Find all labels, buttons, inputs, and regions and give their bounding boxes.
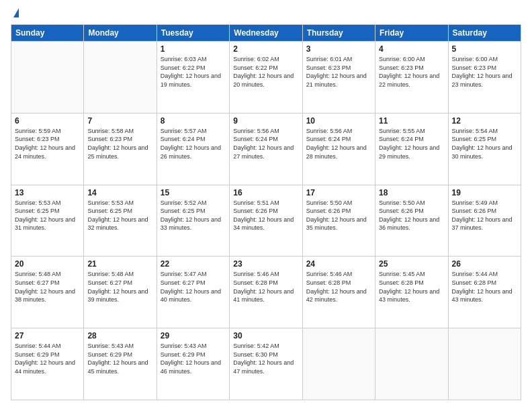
calendar-cell: 12Sunrise: 5:54 AM Sunset: 6:25 PM Dayli… (448, 113, 521, 185)
day-info: Sunrise: 5:43 AM Sunset: 6:29 PM Dayligh… (87, 342, 152, 375)
calendar-cell: 2Sunrise: 6:02 AM Sunset: 6:22 PM Daylig… (230, 42, 302, 113)
day-number: 5 (452, 44, 517, 54)
day-number: 2 (233, 44, 298, 54)
week-row-2: 6Sunrise: 5:59 AM Sunset: 6:23 PM Daylig… (11, 113, 521, 185)
calendar-cell: 20Sunrise: 5:48 AM Sunset: 6:27 PM Dayli… (11, 257, 84, 328)
calendar-cell: 27Sunrise: 5:44 AM Sunset: 6:29 PM Dayli… (11, 328, 84, 400)
day-info: Sunrise: 5:56 AM Sunset: 6:24 PM Dayligh… (306, 127, 371, 161)
day-number: 15 (161, 188, 226, 197)
day-number: 17 (306, 188, 371, 197)
logo (11, 11, 19, 17)
day-info: Sunrise: 5:42 AM Sunset: 6:30 PM Dayligh… (233, 342, 298, 375)
day-number: 13 (15, 188, 80, 197)
day-info: Sunrise: 5:44 AM Sunset: 6:28 PM Dayligh… (452, 270, 517, 304)
day-number: 14 (87, 188, 152, 197)
calendar-cell: 5Sunrise: 6:00 AM Sunset: 6:23 PM Daylig… (448, 42, 521, 113)
day-info: Sunrise: 5:55 AM Sunset: 6:24 PM Dayligh… (379, 127, 444, 161)
calendar-cell: 29Sunrise: 5:43 AM Sunset: 6:29 PM Dayli… (157, 328, 229, 400)
calendar-cell: 19Sunrise: 5:49 AM Sunset: 6:26 PM Dayli… (448, 185, 521, 257)
day-header-wednesday: Wednesday (230, 25, 302, 42)
week-row-5: 27Sunrise: 5:44 AM Sunset: 6:29 PM Dayli… (11, 328, 521, 400)
day-number: 3 (306, 44, 371, 54)
day-info: Sunrise: 5:53 AM Sunset: 6:25 PM Dayligh… (87, 199, 152, 232)
week-row-3: 13Sunrise: 5:53 AM Sunset: 6:25 PM Dayli… (11, 185, 521, 257)
day-info: Sunrise: 6:01 AM Sunset: 6:23 PM Dayligh… (306, 55, 371, 89)
calendar-cell: 25Sunrise: 5:45 AM Sunset: 6:28 PM Dayli… (375, 257, 448, 328)
day-info: Sunrise: 5:50 AM Sunset: 6:26 PM Dayligh… (306, 199, 371, 232)
day-number: 11 (379, 116, 444, 126)
day-number: 7 (87, 116, 152, 126)
calendar-cell: 8Sunrise: 5:57 AM Sunset: 6:24 PM Daylig… (157, 113, 229, 185)
page: SundayMondayTuesdayWednesdayThursdayFrid… (0, 0, 532, 411)
calendar-cell: 30Sunrise: 5:42 AM Sunset: 6:30 PM Dayli… (230, 328, 302, 400)
calendar-cell: 7Sunrise: 5:58 AM Sunset: 6:23 PM Daylig… (84, 113, 157, 185)
calendar-cell: 16Sunrise: 5:51 AM Sunset: 6:26 PM Dayli… (230, 185, 302, 257)
calendar-cell (302, 328, 375, 400)
day-number: 12 (452, 116, 517, 126)
day-number: 21 (87, 259, 152, 269)
calendar-cell (448, 328, 521, 400)
day-info: Sunrise: 5:46 AM Sunset: 6:28 PM Dayligh… (306, 270, 371, 304)
calendar-cell: 24Sunrise: 5:46 AM Sunset: 6:28 PM Dayli… (302, 257, 375, 328)
day-number: 19 (452, 188, 517, 197)
day-info: Sunrise: 5:51 AM Sunset: 6:26 PM Dayligh… (233, 199, 298, 232)
calendar-cell: 10Sunrise: 5:56 AM Sunset: 6:24 PM Dayli… (302, 113, 375, 185)
day-number: 23 (233, 259, 298, 269)
day-info: Sunrise: 5:59 AM Sunset: 6:23 PM Dayligh… (15, 127, 80, 161)
calendar-cell: 21Sunrise: 5:48 AM Sunset: 6:27 PM Dayli… (84, 257, 157, 328)
day-info: Sunrise: 5:57 AM Sunset: 6:24 PM Dayligh… (161, 127, 226, 161)
calendar-cell (375, 328, 448, 400)
calendar-cell: 15Sunrise: 5:52 AM Sunset: 6:25 PM Dayli… (157, 185, 229, 257)
calendar-cell: 26Sunrise: 5:44 AM Sunset: 6:28 PM Dayli… (448, 257, 521, 328)
day-info: Sunrise: 5:43 AM Sunset: 6:29 PM Dayligh… (161, 342, 226, 375)
day-number: 6 (15, 116, 80, 126)
logo-triangle-icon (13, 8, 19, 17)
calendar-cell: 6Sunrise: 5:59 AM Sunset: 6:23 PM Daylig… (11, 113, 84, 185)
calendar-header-row: SundayMondayTuesdayWednesdayThursdayFrid… (11, 25, 521, 42)
week-row-4: 20Sunrise: 5:48 AM Sunset: 6:27 PM Dayli… (11, 257, 521, 328)
calendar: SundayMondayTuesdayWednesdayThursdayFrid… (11, 24, 521, 400)
day-header-monday: Monday (84, 25, 157, 42)
day-header-sunday: Sunday (11, 25, 84, 42)
calendar-cell: 14Sunrise: 5:53 AM Sunset: 6:25 PM Dayli… (84, 185, 157, 257)
day-info: Sunrise: 6:00 AM Sunset: 6:23 PM Dayligh… (379, 55, 444, 89)
day-info: Sunrise: 5:46 AM Sunset: 6:28 PM Dayligh… (233, 270, 298, 304)
day-number: 4 (379, 44, 444, 54)
calendar-cell: 1Sunrise: 6:03 AM Sunset: 6:22 PM Daylig… (157, 42, 229, 113)
day-info: Sunrise: 6:03 AM Sunset: 6:22 PM Dayligh… (161, 55, 226, 89)
day-number: 26 (452, 259, 517, 269)
day-header-saturday: Saturday (448, 25, 521, 42)
day-header-thursday: Thursday (302, 25, 375, 42)
day-info: Sunrise: 5:58 AM Sunset: 6:23 PM Dayligh… (87, 127, 152, 161)
day-number: 22 (161, 259, 226, 269)
day-header-friday: Friday (375, 25, 448, 42)
calendar-cell (11, 42, 84, 113)
day-info: Sunrise: 5:56 AM Sunset: 6:24 PM Dayligh… (233, 127, 298, 161)
week-row-1: 1Sunrise: 6:03 AM Sunset: 6:22 PM Daylig… (11, 42, 521, 113)
calendar-cell: 11Sunrise: 5:55 AM Sunset: 6:24 PM Dayli… (375, 113, 448, 185)
day-info: Sunrise: 5:44 AM Sunset: 6:29 PM Dayligh… (15, 342, 80, 375)
day-info: Sunrise: 6:00 AM Sunset: 6:23 PM Dayligh… (452, 55, 517, 89)
calendar-cell (84, 42, 157, 113)
day-number: 28 (87, 331, 152, 340)
day-number: 29 (161, 331, 226, 340)
day-info: Sunrise: 5:49 AM Sunset: 6:26 PM Dayligh… (452, 199, 517, 232)
day-info: Sunrise: 5:47 AM Sunset: 6:27 PM Dayligh… (161, 270, 226, 304)
day-number: 10 (306, 116, 371, 126)
day-number: 9 (233, 116, 298, 126)
calendar-cell: 18Sunrise: 5:50 AM Sunset: 6:26 PM Dayli… (375, 185, 448, 257)
day-info: Sunrise: 5:45 AM Sunset: 6:28 PM Dayligh… (379, 270, 444, 304)
header (11, 11, 521, 17)
day-info: Sunrise: 5:50 AM Sunset: 6:26 PM Dayligh… (379, 199, 444, 232)
day-info: Sunrise: 5:48 AM Sunset: 6:27 PM Dayligh… (15, 270, 80, 304)
day-info: Sunrise: 5:54 AM Sunset: 6:25 PM Dayligh… (452, 127, 517, 161)
day-number: 20 (15, 259, 80, 269)
day-number: 18 (379, 188, 444, 197)
calendar-cell: 9Sunrise: 5:56 AM Sunset: 6:24 PM Daylig… (230, 113, 302, 185)
calendar-cell: 13Sunrise: 5:53 AM Sunset: 6:25 PM Dayli… (11, 185, 84, 257)
calendar-cell: 17Sunrise: 5:50 AM Sunset: 6:26 PM Dayli… (302, 185, 375, 257)
calendar-cell: 22Sunrise: 5:47 AM Sunset: 6:27 PM Dayli… (157, 257, 229, 328)
day-info: Sunrise: 5:52 AM Sunset: 6:25 PM Dayligh… (161, 199, 226, 232)
day-number: 30 (233, 331, 298, 340)
calendar-cell: 28Sunrise: 5:43 AM Sunset: 6:29 PM Dayli… (84, 328, 157, 400)
